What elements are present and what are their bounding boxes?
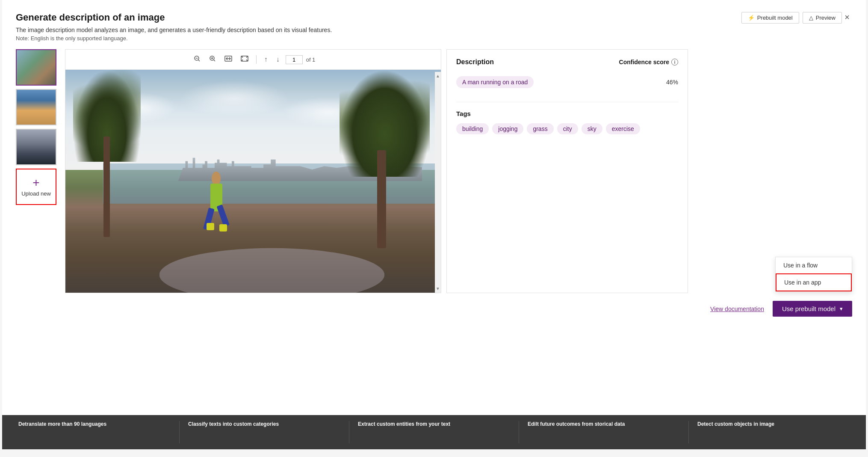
- main-image: [65, 70, 441, 293]
- tags-section: Tags building jogging grass city sky exe…: [456, 102, 678, 134]
- tag-building: building: [456, 123, 489, 134]
- confidence-text: Confidence score: [619, 59, 669, 65]
- thumbnail-1[interactable]: [16, 49, 56, 86]
- confidence-value: 46%: [666, 79, 678, 86]
- overflow-title-2: Classify texts into custom categories: [188, 421, 340, 427]
- dropdown-menu: Use in a flow Use in an app: [775, 257, 852, 292]
- description-text: The image description model analyzes an …: [16, 27, 852, 33]
- confidence-label: Confidence score i: [619, 59, 678, 65]
- description-result-row: A man running on a road 46%: [456, 73, 678, 92]
- fit-page-button[interactable]: [238, 54, 251, 65]
- thumbnail-3[interactable]: [16, 129, 56, 165]
- fit-width-button[interactable]: [222, 54, 235, 65]
- page-info: of 1: [306, 56, 316, 63]
- runner-shoe2: [219, 224, 227, 232]
- image-container: [65, 70, 441, 293]
- preview-icon: △: [809, 15, 813, 21]
- tree-trunk-right: [377, 150, 386, 248]
- image-tree-left: [73, 70, 141, 237]
- overflow-col-1: Detranslate more than 90 languages: [10, 421, 180, 443]
- zoom-in-button[interactable]: [207, 54, 218, 65]
- info-icon[interactable]: i: [671, 59, 678, 65]
- right-panel: Description Confidence score i A man run…: [446, 49, 688, 293]
- overflow-col-3: Extract custom entities from your text: [349, 421, 519, 443]
- dropdown-arrow-icon: ▾: [840, 306, 843, 312]
- page-number-input[interactable]: [286, 55, 303, 64]
- next-page-button[interactable]: ↓: [274, 54, 282, 65]
- view-documentation-link[interactable]: View documentation: [710, 306, 764, 312]
- zoom-out-button[interactable]: [191, 54, 203, 65]
- overflow-title-3: Extract custom entities from your text: [358, 421, 510, 427]
- prebuilt-model-button[interactable]: ⚡ Prebuilt model: [741, 12, 799, 24]
- thumbnail-panel: + Upload new: [16, 49, 65, 293]
- tree-trunk-left: [103, 137, 110, 237]
- description-tag: A man running on a road: [456, 76, 534, 88]
- description-header-row: Description Confidence score i: [456, 58, 678, 66]
- bottom-bar: View documentation Use prebuilt model ▾ …: [16, 293, 852, 321]
- scroll-up-arrow[interactable]: ▲: [436, 74, 440, 78]
- runner-shoe1: [207, 223, 214, 231]
- overflow-title-5: Detect custom objects in image: [697, 421, 850, 427]
- use-prebuilt-wrapper: Use prebuilt model ▾ Use in a flow Use i…: [773, 301, 852, 317]
- note-text: Note: English is the only supported lang…: [16, 35, 852, 42]
- tag-grass: grass: [527, 123, 553, 134]
- runner-figure: [204, 168, 234, 230]
- viewer-toolbar: ↑ ↓ of 1: [65, 50, 441, 70]
- description-label: Description: [456, 58, 494, 66]
- tag-exercise: exercise: [606, 123, 640, 134]
- use-prebuilt-button[interactable]: Use prebuilt model ▾: [773, 301, 852, 317]
- overflow-col-4: Edilt future outcomes from storical data: [519, 421, 689, 443]
- overflow-col-2: Classify texts into custom categories: [180, 421, 349, 443]
- tags-label: Tags: [456, 110, 678, 117]
- thumbnail-2[interactable]: [16, 89, 56, 125]
- top-right-buttons: ⚡ Prebuilt model △ Preview: [741, 12, 842, 24]
- dropdown-use-in-flow[interactable]: Use in a flow: [776, 257, 852, 273]
- scroll-down-arrow[interactable]: ▼: [436, 286, 440, 291]
- preview-label: Preview: [816, 15, 836, 21]
- overflow-col-5: Detect custom objects in image: [689, 421, 858, 443]
- overflow-title-4: Edilt future outcomes from storical data: [528, 421, 680, 427]
- overflow-title-1: Detranslate more than 90 languages: [18, 421, 171, 427]
- use-prebuilt-label: Use prebuilt model: [782, 305, 836, 312]
- prebuilt-model-icon: ⚡: [748, 15, 755, 21]
- runner-leg2: [216, 204, 230, 227]
- close-button[interactable]: ×: [842, 12, 852, 22]
- dropdown-use-in-app[interactable]: Use in an app: [776, 273, 852, 291]
- description-section: Description Confidence score i A man run…: [456, 58, 678, 92]
- image-tree-right: [347, 70, 422, 248]
- tag-city: city: [557, 123, 578, 134]
- tag-sky: sky: [582, 123, 602, 134]
- svg-line-2: [198, 60, 200, 61]
- dialog-header: Generate description of an image ×: [16, 12, 852, 23]
- upload-new-label: Upload new: [21, 190, 51, 197]
- upload-plus-icon: +: [32, 177, 39, 189]
- dialog-title: Generate description of an image: [16, 12, 165, 23]
- dialog-container: Generate description of an image × ⚡ Pre…: [2, 0, 866, 449]
- main-content: + Upload new: [16, 49, 852, 293]
- toolbar-divider: [256, 55, 257, 64]
- tag-jogging: jogging: [492, 123, 523, 134]
- preview-button[interactable]: △ Preview: [803, 12, 842, 24]
- svg-line-6: [214, 60, 215, 61]
- tags-container: building jogging grass city sky exercise: [456, 123, 678, 134]
- prev-page-button[interactable]: ↑: [262, 54, 270, 65]
- bottom-overflow: Detranslate more than 90 languages Class…: [2, 415, 866, 449]
- scroll-indicator: ▲ ▼: [435, 72, 441, 293]
- upload-new-button[interactable]: + Upload new: [16, 169, 56, 205]
- image-viewer: ↑ ↓ of 1: [65, 49, 441, 293]
- prebuilt-model-label: Prebuilt model: [757, 15, 793, 21]
